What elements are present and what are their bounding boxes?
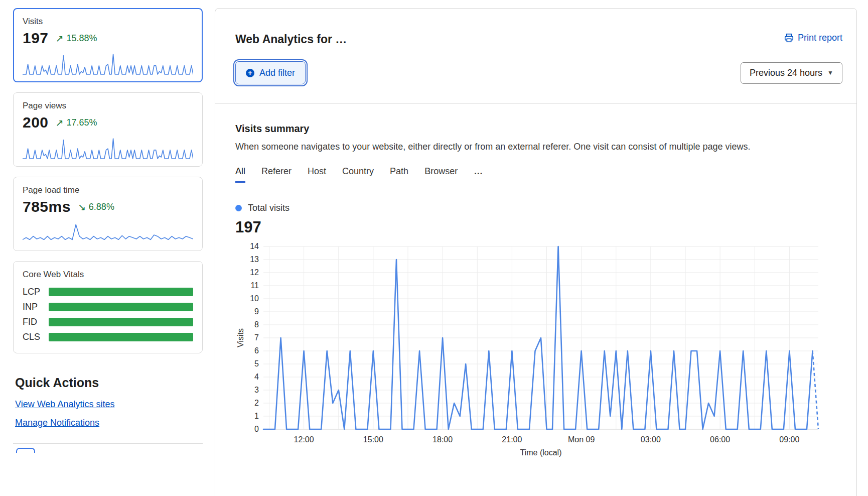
svg-text:03:00: 03:00 — [641, 435, 661, 444]
stat-card-trend: ↗17.65% — [56, 117, 97, 129]
plus-circle-icon — [246, 69, 254, 77]
stat-card-value: 200 — [23, 114, 49, 131]
svg-text:10: 10 — [250, 294, 259, 303]
svg-text:Mon 09: Mon 09 — [568, 435, 595, 444]
svg-text:6: 6 — [254, 346, 259, 355]
dimension-tabs: AllRefererHostCountryPathBrowser… — [235, 166, 842, 183]
tab-more[interactable]: … — [474, 166, 483, 183]
panel-header: Web Analytics for … Print report Ad — [215, 9, 856, 104]
quick-actions-links: View Web Analytics sitesManage Notificat… — [13, 399, 203, 436]
svg-text:21:00: 21:00 — [502, 435, 522, 444]
sidebar-divider — [13, 443, 203, 444]
vital-label: INP — [23, 302, 49, 312]
tab-referer[interactable]: Referer — [261, 166, 292, 183]
vital-row-lcp: LCP — [23, 287, 193, 297]
stat-card-value: 785ms — [23, 198, 71, 215]
svg-text:4: 4 — [254, 373, 259, 381]
svg-text:Visits: Visits — [236, 328, 245, 347]
tab-browser[interactable]: Browser — [424, 166, 458, 183]
svg-text:14: 14 — [250, 242, 259, 251]
stat-card-page-load-time[interactable]: Page load time785ms↘6.88% — [13, 177, 203, 251]
vital-row-inp: INP — [23, 302, 193, 312]
visits-summary-section: Visits summary When someone navigates to… — [215, 104, 856, 463]
sidebar: Visits197↗15.88%Page views200↗17.65%Page… — [13, 8, 203, 496]
legend-label: Total visits — [248, 203, 290, 213]
stat-card-title: Page load time — [23, 185, 193, 195]
visits-summary-description: When someone navigates to your website, … — [235, 142, 842, 152]
svg-text:0: 0 — [254, 425, 259, 433]
vital-label: CLS — [23, 332, 49, 342]
tab-country[interactable]: Country — [342, 166, 374, 183]
trend-up-icon: ↗ — [56, 33, 64, 44]
tab-all[interactable]: All — [235, 166, 245, 183]
svg-text:13: 13 — [250, 255, 259, 264]
legend-dot — [235, 205, 242, 211]
vitals-bar-lcp — [49, 288, 193, 296]
sparkline — [23, 52, 193, 76]
stat-card-list: Visits197↗15.88%Page views200↗17.65%Page… — [13, 8, 203, 251]
stat-card-visits[interactable]: Visits197↗15.88% — [13, 8, 203, 82]
stat-card-trend-pct: 15.88% — [66, 33, 97, 44]
svg-text:8: 8 — [254, 320, 259, 329]
trend-down-icon: ↘ — [78, 201, 86, 213]
svg-text:12:00: 12:00 — [294, 435, 314, 444]
stat-card-trend: ↘6.88% — [78, 201, 114, 213]
stat-card-title: Page views — [23, 101, 193, 111]
svg-text:18:00: 18:00 — [432, 435, 453, 444]
main-panel: Web Analytics for … Print report Ad — [215, 8, 857, 496]
tab-path[interactable]: Path — [390, 166, 408, 183]
print-report-label: Print report — [798, 33, 842, 43]
below-fold-card-edge — [16, 448, 35, 453]
vitals-bar-cls — [49, 333, 193, 341]
vital-row-cls: CLS — [23, 332, 193, 342]
quick-action-manage-notifications[interactable]: Manage Notifications — [15, 418, 99, 428]
chevron-down-icon — [827, 69, 833, 76]
svg-text:Time (local): Time (local) — [520, 448, 562, 457]
quick-action-view-web-analytics-sites[interactable]: View Web Analytics sites — [15, 399, 114, 410]
sparkline — [23, 136, 193, 160]
add-filter-label: Add filter — [259, 68, 295, 78]
vital-label: LCP — [23, 287, 49, 297]
stat-card-trend-pct: 6.88% — [89, 202, 114, 212]
vitals-bar-fid — [49, 318, 193, 326]
tab-host[interactable]: Host — [308, 166, 326, 183]
printer-icon — [784, 33, 794, 43]
svg-text:12: 12 — [250, 268, 259, 277]
total-visits-value: 197 — [235, 218, 842, 236]
svg-text:15:00: 15:00 — [363, 435, 383, 444]
svg-text:7: 7 — [254, 333, 259, 342]
sparkline — [23, 220, 193, 244]
svg-text:09:00: 09:00 — [779, 435, 799, 444]
time-range-dropdown[interactable]: Previous 24 hours — [741, 62, 842, 84]
add-filter-button[interactable]: Add filter — [235, 61, 306, 84]
vital-row-fid: FID — [23, 317, 193, 327]
visits-summary-title: Visits summary — [235, 123, 842, 135]
vitals-bar-inp — [49, 303, 193, 311]
svg-text:1: 1 — [254, 412, 259, 420]
trend-up-icon: ↗ — [56, 117, 64, 129]
core-web-vitals-card[interactable]: Core Web Vitals LCPINPFIDCLS — [13, 261, 203, 353]
core-web-vitals-rows: LCPINPFIDCLS — [23, 287, 193, 342]
stat-card-page-views[interactable]: Page views200↗17.65% — [13, 92, 203, 167]
page-title: Web Analytics for … — [235, 33, 347, 46]
svg-text:9: 9 — [254, 307, 259, 316]
stat-card-trend: ↗15.88% — [56, 33, 97, 44]
quick-actions-title: Quick Actions — [15, 376, 203, 390]
svg-text:2: 2 — [254, 399, 259, 407]
print-report-link[interactable]: Print report — [784, 33, 842, 43]
core-web-vitals-title: Core Web Vitals — [23, 270, 193, 280]
svg-text:06:00: 06:00 — [710, 435, 730, 444]
svg-text:3: 3 — [254, 386, 259, 394]
stat-card-value: 197 — [23, 30, 49, 47]
svg-text:11: 11 — [250, 281, 259, 290]
visits-line-chart[interactable]: 0123456789101112131412:0015:0018:0021:00… — [235, 239, 842, 463]
stat-card-title: Visits — [23, 17, 193, 27]
web-analytics-page: Visits197↗15.88%Page views200↗17.65%Page… — [0, 0, 868, 496]
vital-label: FID — [23, 317, 49, 327]
stat-card-trend-pct: 17.65% — [66, 117, 97, 128]
svg-text:5: 5 — [254, 359, 259, 368]
time-range-label: Previous 24 hours — [750, 68, 822, 78]
chart-legend: Total visits — [235, 203, 842, 213]
